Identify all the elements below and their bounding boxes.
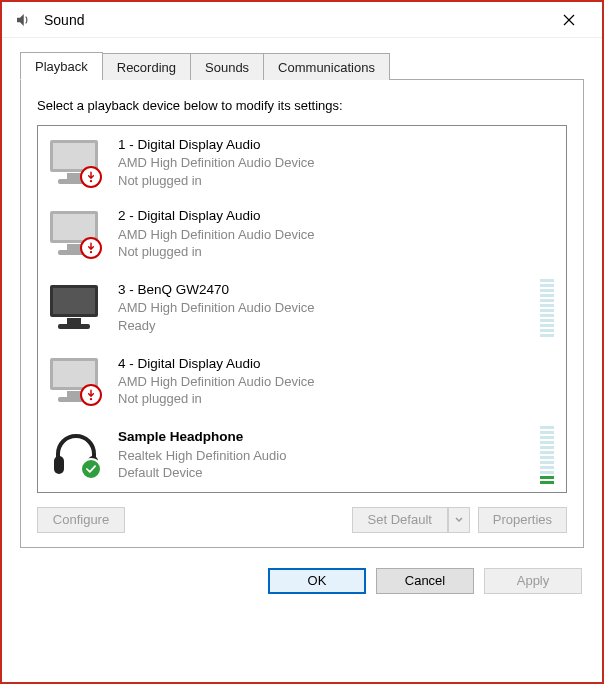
configure-button[interactable]: Configure <box>37 507 125 533</box>
unplugged-badge-icon <box>80 166 102 188</box>
title-bar: Sound <box>2 2 602 38</box>
device-name: 2 - Digital Display Audio <box>118 207 554 225</box>
svg-point-1 <box>90 251 92 253</box>
tab-panel-playback: Select a playback device below to modify… <box>20 80 584 548</box>
device-name: 3 - BenQ GW2470 <box>118 281 532 299</box>
device-status: Default Device <box>118 464 532 482</box>
device-description: AMD High Definition Audio Device <box>118 299 532 317</box>
set-default-button[interactable]: Set Default <box>352 507 448 533</box>
device-row[interactable]: 2 - Digital Display AudioAMD High Defini… <box>38 197 566 268</box>
tab-communications[interactable]: Communications <box>263 53 390 80</box>
headphone-icon <box>48 430 108 480</box>
device-row[interactable]: 3 - BenQ GW2470AMD High Definition Audio… <box>38 269 566 345</box>
close-icon <box>563 14 575 26</box>
vu-meter <box>540 279 554 337</box>
device-description: AMD High Definition Audio Device <box>118 154 554 172</box>
set-default-dropdown[interactable] <box>448 507 470 533</box>
svg-rect-3 <box>54 456 64 474</box>
tab-playback[interactable]: Playback <box>20 52 103 80</box>
apply-button[interactable]: Apply <box>484 568 582 594</box>
tab-sounds[interactable]: Sounds <box>190 53 264 80</box>
default-device-badge-icon <box>80 458 102 480</box>
monitor-unplugged-icon <box>48 209 108 259</box>
monitor-unplugged-icon <box>48 356 108 406</box>
window-title: Sound <box>44 12 84 28</box>
close-button[interactable] <box>546 2 592 38</box>
device-description: AMD High Definition Audio Device <box>118 226 554 244</box>
monitor-unplugged-icon <box>48 138 108 188</box>
device-status: Not plugged in <box>118 243 554 261</box>
properties-button[interactable]: Properties <box>478 507 567 533</box>
device-status: Not plugged in <box>118 390 554 408</box>
tab-bar: PlaybackRecordingSoundsCommunications <box>20 52 584 80</box>
unplugged-badge-icon <box>80 237 102 259</box>
unplugged-badge-icon <box>80 384 102 406</box>
cancel-button[interactable]: Cancel <box>376 568 474 594</box>
device-name: 4 - Digital Display Audio <box>118 355 554 373</box>
svg-point-2 <box>90 398 92 400</box>
sound-icon <box>14 11 32 29</box>
device-description: Realtek High Definition Audio <box>118 447 532 465</box>
device-name: Sample Headphone <box>118 428 532 446</box>
monitor-ready-icon <box>48 283 108 333</box>
device-status: Ready <box>118 317 532 335</box>
device-description: AMD High Definition Audio Device <box>118 373 554 391</box>
device-row[interactable]: Sample HeadphoneRealtek High Definition … <box>38 416 566 492</box>
ok-button[interactable]: OK <box>268 568 366 594</box>
chevron-down-icon <box>455 516 463 524</box>
device-list[interactable]: 1 - Digital Display AudioAMD High Defini… <box>37 125 567 493</box>
instruction-text: Select a playback device below to modify… <box>37 98 567 113</box>
device-name: 1 - Digital Display Audio <box>118 136 554 154</box>
device-row[interactable]: 1 - Digital Display AudioAMD High Defini… <box>38 126 566 197</box>
dialog-button-row: OK Cancel Apply <box>2 556 602 612</box>
vu-meter <box>540 426 554 484</box>
device-row[interactable]: 4 - Digital Display AudioAMD High Defini… <box>38 345 566 416</box>
svg-point-0 <box>90 180 92 182</box>
tab-recording[interactable]: Recording <box>102 53 191 80</box>
device-status: Not plugged in <box>118 172 554 190</box>
